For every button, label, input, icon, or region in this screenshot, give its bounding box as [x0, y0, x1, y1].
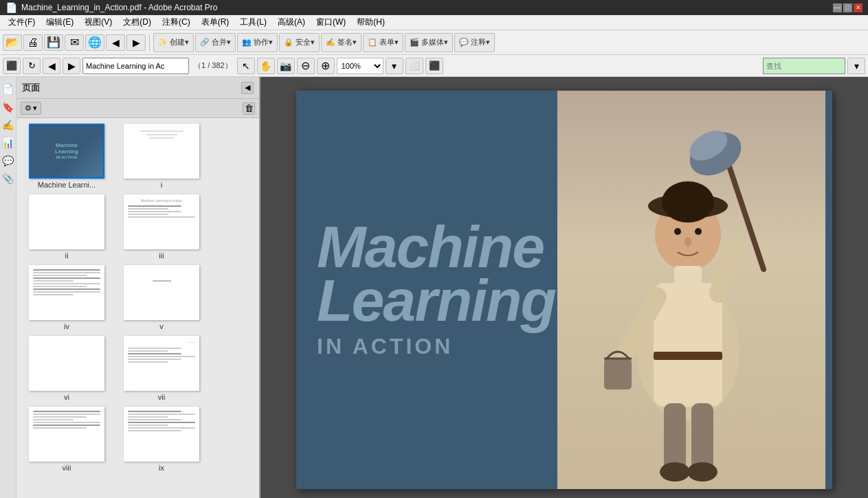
thumbnail-ix-img[interactable] [124, 407, 199, 462]
pdf-viewer[interactable]: Machine Learning IN ACTION [260, 77, 868, 498]
svg-rect-15 [654, 352, 722, 360]
thumbnail-iii[interactable]: Machine Learning in Action iii [117, 194, 206, 260]
thumbnail-ix[interactable]: ix [117, 407, 206, 472]
pages-settings-button[interactable]: ⚙ ▾ [21, 102, 41, 115]
fit-width-button[interactable]: ⬛ [425, 58, 443, 74]
page-thumbnails-button[interactable]: ⬛ [3, 58, 21, 74]
settings-dropdown-icon: ▾ [33, 104, 37, 113]
menu-form[interactable]: 表单(R) [196, 15, 235, 30]
menu-document[interactable]: 文档(D) [118, 15, 157, 30]
sidebar-attachments-icon[interactable]: 📎 [1, 172, 15, 185]
zoom-select[interactable]: 50% 75% 100% 125% 150% 200% [337, 58, 383, 74]
thumbnail-i-img[interactable] [124, 124, 199, 179]
hand-tool-button[interactable]: ✋ [257, 58, 275, 74]
sidebar-layers-icon[interactable]: 📊 [1, 136, 15, 150]
sidebar-signatures-icon[interactable]: ✍ [1, 118, 15, 132]
create-icon: ✨ [158, 38, 168, 47]
thumbnail-vi-img[interactable] [29, 336, 104, 391]
select-tool-button[interactable]: ↖ [237, 58, 255, 74]
menu-comment[interactable]: 注释(C) [157, 15, 196, 30]
blank-content [125, 125, 198, 177]
menu-view[interactable]: 视图(V) [79, 15, 118, 30]
search-input[interactable] [763, 58, 845, 74]
main-layout: 📄 🔖 ✍ 📊 💬 📎 页面 ◀ ⚙ ▾ 🗑 [0, 77, 868, 498]
svg-point-10 [662, 181, 714, 223]
thumbnails-area[interactable]: Machine Learning IN ACTION Machine Learn… [16, 118, 259, 498]
pages-title: 页面 [22, 82, 40, 94]
open-folder-button[interactable]: 📂 [3, 34, 22, 51]
thumbnail-row-4: vi —— vii [22, 336, 254, 401]
svg-rect-20 [604, 359, 632, 389]
thumbnail-iv[interactable]: iv [22, 265, 111, 330]
menu-file[interactable]: 文件(F) [3, 15, 41, 30]
menu-tools[interactable]: 工具(L) [234, 15, 272, 30]
separator-1 [149, 34, 150, 51]
window-controls: — □ ✕ [833, 3, 863, 12]
save-button[interactable]: 💾 [44, 34, 63, 51]
thumbnail-row-5: viii [22, 407, 254, 472]
rotate-cw-button[interactable]: ↻ [23, 58, 41, 74]
comment-button[interactable]: 💬 注释▾ [454, 33, 495, 52]
thumbnail-viii-img[interactable] [29, 407, 104, 462]
thumbnail-vii-img[interactable]: —— [124, 336, 199, 391]
sidebar-bookmarks-icon[interactable]: 🔖 [1, 100, 15, 114]
cooperate-button[interactable]: 👥 协作▾ [237, 33, 278, 52]
thumbnail-cover[interactable]: Machine Learning IN ACTION Machine Learn… [22, 124, 111, 189]
thumbnail-v[interactable]: v [117, 265, 206, 330]
nav-prev-button[interactable]: ◀ [43, 58, 60, 74]
thumbnail-iii-img[interactable]: Machine Learning in Action [124, 194, 199, 249]
menu-advanced[interactable]: 高级(A) [272, 15, 311, 30]
svg-point-13 [685, 237, 691, 247]
secure-button[interactable]: 🔒 安全▾ [279, 33, 320, 52]
file-name-input[interactable] [82, 58, 189, 74]
create-button[interactable]: ✨ 创建▾ [153, 33, 194, 52]
thumbnail-iv-label: iv [64, 322, 69, 330]
close-button[interactable]: ✕ [854, 3, 863, 12]
browser-button[interactable]: 🌐 [85, 34, 104, 51]
thumbnail-iv-img[interactable] [29, 265, 104, 320]
form-icon: 📋 [368, 38, 377, 47]
thumbnail-ii[interactable]: ii [22, 194, 111, 260]
text-content-viii [30, 408, 103, 460]
thumbnail-ii-img[interactable] [29, 194, 104, 249]
menu-window[interactable]: 窗口(W) [311, 15, 351, 30]
panel-close-button[interactable]: ◀ [241, 82, 254, 94]
sidebar-pages-icon[interactable]: 📄 [1, 82, 15, 96]
sidebar-comments-icon[interactable]: 💬 [1, 154, 15, 168]
thumbnail-vi[interactable]: vi [22, 336, 111, 401]
thumbnail-viii-label: viii [63, 464, 71, 472]
print-button[interactable]: 🖨 [23, 34, 43, 51]
svg-rect-16 [664, 403, 686, 472]
thumbnail-cover-img[interactable]: Machine Learning IN ACTION [29, 124, 104, 179]
sign-label: 签名▾ [337, 37, 357, 47]
nav-back-button[interactable]: ◀ [106, 34, 125, 51]
nav-forward-button[interactable]: ▶ [126, 34, 146, 51]
multimedia-button[interactable]: 🎬 多媒体▾ [405, 33, 453, 52]
nav-next-button[interactable]: ▶ [63, 58, 80, 74]
minimize-button[interactable]: — [833, 3, 842, 12]
thumbnail-row-3: iv v [22, 265, 254, 330]
snapshot-tool-button[interactable]: 📷 [277, 58, 295, 74]
thumbnail-viii[interactable]: viii [22, 407, 111, 472]
svg-point-12 [695, 228, 702, 235]
fit-page-button[interactable]: ⬜ [405, 58, 423, 74]
zoom-out-button[interactable]: ⊖ [297, 58, 315, 74]
sign-button[interactable]: ✍ 签名▾ [321, 33, 361, 52]
merge-button[interactable]: 🔗 合并▾ [195, 33, 236, 52]
zoom-in-button[interactable]: ⊕ [317, 58, 335, 74]
merge-icon: 🔗 [200, 38, 210, 47]
thumbnail-i[interactable]: i [117, 124, 206, 189]
menu-help[interactable]: 帮助(H) [351, 15, 390, 30]
text-content-vii: —— [125, 337, 198, 389]
email-button[interactable]: ✉ [65, 34, 84, 51]
zoom-dropdown-button[interactable]: ▾ [386, 58, 403, 74]
thumbnail-v-img[interactable] [124, 265, 199, 320]
search-dropdown-button[interactable]: ▾ [847, 58, 865, 74]
window-title: Machine_Learning_in_Action.pdf - Adobe A… [21, 3, 833, 12]
maximize-button[interactable]: □ [843, 3, 852, 12]
form-button[interactable]: 📋 表单▾ [363, 33, 403, 52]
pages-delete-button[interactable]: 🗑 [243, 102, 255, 115]
cover-right [553, 91, 832, 489]
menu-edit[interactable]: 编辑(E) [41, 15, 79, 30]
thumbnail-vii[interactable]: —— vii [117, 336, 206, 401]
